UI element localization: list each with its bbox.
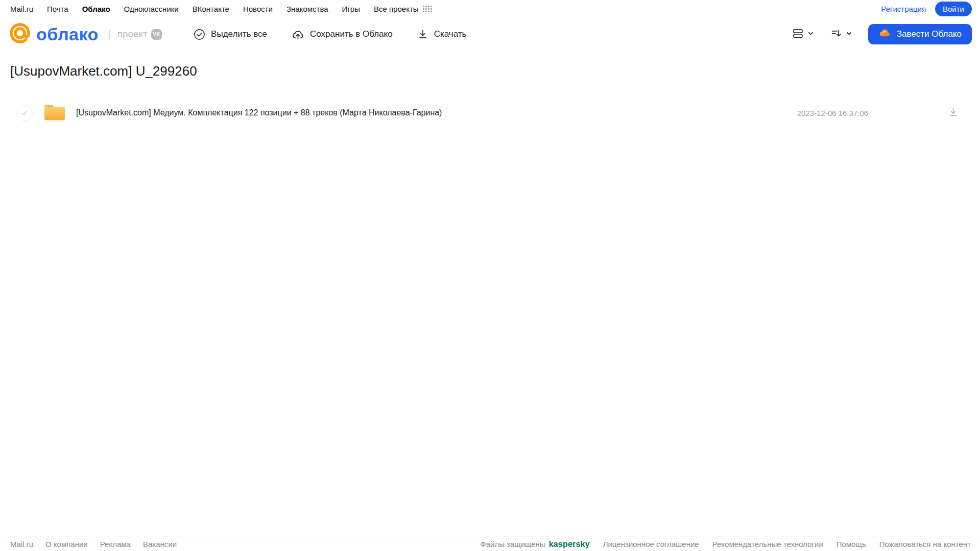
footer: Mail.ru О компании Реклама Вакансии Файл… (0, 537, 980, 551)
portal-nav-links: Mail.ru Почта Облако Одноклассники ВКонт… (10, 5, 432, 13)
page-title: [UsupovMarket.com] U_299260 (10, 63, 970, 79)
main-content: [UsupovMarket.com] U_299260 (0, 51, 980, 128)
mailru-at-icon (8, 21, 32, 47)
product-name: облако (36, 25, 99, 44)
select-all-label: Выделить все (211, 29, 267, 39)
download-icon (948, 107, 959, 117)
select-all-button[interactable]: Выделить все (194, 29, 267, 40)
protected-label: Файлы защищены (480, 540, 545, 548)
sort-icon (830, 27, 843, 41)
footer-link-license[interactable]: Лицензионное соглашение (603, 540, 699, 548)
nav-link-znakomstva[interactable]: Знакомства (286, 5, 328, 13)
download-label: Скачать (434, 29, 467, 39)
footer-link-mailru[interactable]: Mail.ru (10, 540, 33, 548)
chevron-down-icon (845, 30, 853, 39)
cloud-logo[interactable]: облако | проект VK (8, 21, 162, 47)
vk-logo-badge: VK (151, 29, 162, 40)
cloud-app-icon (878, 27, 891, 42)
row-checkbox[interactable] (16, 105, 33, 121)
row-download-button[interactable] (946, 105, 961, 121)
footer-link-recommendations[interactable]: Рекомендательные технологии (712, 540, 823, 548)
apps-grid-icon[interactable] (423, 6, 432, 12)
cloud-upload-icon (292, 28, 304, 41)
nav-link-igry[interactable]: Игры (342, 5, 360, 13)
chevron-down-icon (807, 30, 815, 39)
footer-right-links: Файлы защищены kaspersky Лицензионное со… (480, 540, 971, 549)
file-modified-date: 2023-12-06 16:37:06 (797, 109, 868, 117)
save-to-cloud-button[interactable]: Сохранить в Облако (292, 28, 393, 41)
logo-separator: | (108, 29, 111, 40)
download-icon (417, 29, 428, 40)
nav-link-all-projects[interactable]: Все проекты (374, 5, 419, 13)
login-button[interactable]: Войти (935, 2, 972, 16)
footer-link-report[interactable]: Пожаловаться на контент (879, 540, 971, 548)
project-text: проект (117, 29, 148, 40)
folder-icon (43, 102, 66, 124)
view-mode-select[interactable] (790, 25, 817, 43)
list-view-icon (792, 27, 804, 41)
nav-link-pochta[interactable]: Почта (47, 5, 68, 13)
file-toolbar: Выделить все Сохранить в Облако Скачат (194, 28, 466, 41)
checkmark-icon (20, 109, 29, 117)
sort-select[interactable] (828, 25, 855, 43)
footer-link-ads[interactable]: Реклама (100, 540, 131, 548)
project-label: проект VK (117, 29, 162, 40)
create-cloud-label: Завести Облако (897, 29, 962, 39)
nav-link-vkontakte[interactable]: ВКонтакте (193, 5, 229, 13)
nav-link-oblako[interactable]: Облако (82, 5, 110, 13)
app-header: облако | проект VK Выделить все (0, 17, 980, 51)
file-list: [UsupovMarket.com] Медиум. Комплектация … (10, 98, 970, 128)
footer-link-about[interactable]: О компании (45, 540, 88, 548)
kaspersky-protection: Файлы защищены kaspersky (480, 540, 589, 549)
kaspersky-logo[interactable]: kaspersky (549, 540, 590, 549)
nav-link-novosti[interactable]: Новости (243, 5, 273, 13)
view-controls: Завести Облако (790, 24, 972, 44)
footer-link-help[interactable]: Помощь (836, 540, 866, 548)
download-button[interactable]: Скачать (417, 29, 467, 40)
nav-link-odnoklassniki[interactable]: Одноклассники (124, 5, 179, 13)
footer-link-jobs[interactable]: Вакансии (143, 540, 177, 548)
file-row[interactable]: [UsupovMarket.com] Медиум. Комплектация … (10, 98, 970, 128)
footer-left-links: Mail.ru О компании Реклама Вакансии (10, 540, 177, 548)
file-meta: 2023-12-06 16:37:06 (797, 105, 966, 121)
register-link[interactable]: Регистрация (881, 5, 926, 13)
save-to-cloud-label: Сохранить в Облако (310, 29, 393, 39)
check-circle-icon (194, 29, 205, 40)
file-name[interactable]: [UsupovMarket.com] Медиум. Комплектация … (76, 108, 442, 117)
portal-nav: Mail.ru Почта Облако Одноклассники ВКонт… (0, 0, 980, 17)
nav-link-mailru[interactable]: Mail.ru (10, 5, 33, 13)
create-cloud-button[interactable]: Завести Облако (868, 24, 972, 44)
